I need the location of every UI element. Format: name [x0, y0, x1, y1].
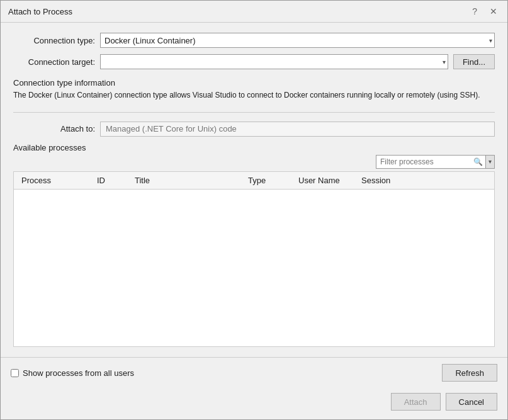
dialog-footer: Show processes from all users Refresh: [1, 357, 507, 388]
processes-section: Available processes 🔍 ▾ Process ID Title…: [13, 143, 495, 347]
info-title: Connection type information: [13, 78, 495, 88]
search-icon: 🔍: [471, 157, 485, 166]
col-process: Process: [19, 174, 94, 186]
col-type: Type: [246, 174, 296, 186]
connection-target-dropdown-wrapper: ▾: [100, 54, 448, 69]
connection-target-row: Connection target: ▾ Find...: [13, 54, 495, 69]
filter-input[interactable]: [376, 157, 471, 166]
col-session: Session: [359, 174, 409, 186]
filter-input-wrapper: 🔍 ▾: [376, 155, 495, 169]
table-body: [14, 190, 494, 346]
filter-row: 🔍 ▾: [13, 155, 495, 169]
info-section: Connection type information The Docker (…: [13, 76, 495, 103]
connection-target-label: Connection target:: [13, 57, 95, 67]
help-button[interactable]: ?: [470, 6, 480, 17]
info-text: The Docker (Linux Container) connection …: [13, 90, 495, 101]
attach-to-process-dialog: Attach to Process ? ✕ Connection type: D…: [0, 0, 508, 420]
refresh-button[interactable]: Refresh: [442, 364, 497, 382]
table-header: Process ID Title Type User Name Session: [14, 172, 494, 190]
show-all-users-label: Show processes from all users: [23, 368, 134, 378]
connection-type-select[interactable]: Docker (Linux Container): [100, 33, 495, 48]
connection-type-dropdown-wrapper: Docker (Linux Container) ▾: [100, 33, 495, 48]
connection-type-row: Connection type: Docker (Linux Container…: [13, 33, 495, 48]
col-username: User Name: [296, 174, 359, 186]
title-bar-controls: ? ✕: [470, 6, 500, 17]
process-table: Process ID Title Type User Name Session: [13, 171, 495, 347]
find-button[interactable]: Find...: [453, 54, 495, 69]
dialog-title: Attach to Process: [8, 7, 72, 16]
cancel-button[interactable]: Cancel: [446, 393, 497, 411]
filter-dropdown-button[interactable]: ▾: [485, 156, 494, 168]
footer-left: Show processes from all users: [11, 368, 436, 378]
dialog-body: Connection type: Docker (Linux Container…: [1, 23, 507, 357]
attach-to-input[interactable]: [100, 122, 495, 137]
col-title: Title: [132, 174, 246, 186]
divider-1: [13, 112, 495, 113]
available-processes-label: Available processes: [13, 143, 495, 152]
dialog-bottom-buttons: Attach Cancel: [1, 388, 507, 419]
connection-target-select[interactable]: [100, 54, 448, 69]
connection-type-label: Connection type:: [13, 36, 95, 45]
close-button[interactable]: ✕: [487, 6, 500, 17]
footer-right: Refresh: [442, 364, 497, 382]
col-id: ID: [94, 174, 132, 186]
attach-to-label: Attach to:: [13, 124, 95, 133]
show-all-users-checkbox[interactable]: [11, 369, 19, 377]
title-bar: Attach to Process ? ✕: [1, 1, 507, 23]
attach-button[interactable]: Attach: [391, 393, 441, 411]
attach-to-row: Attach to:: [13, 122, 495, 137]
connection-target-controls: ▾ Find...: [100, 54, 495, 69]
